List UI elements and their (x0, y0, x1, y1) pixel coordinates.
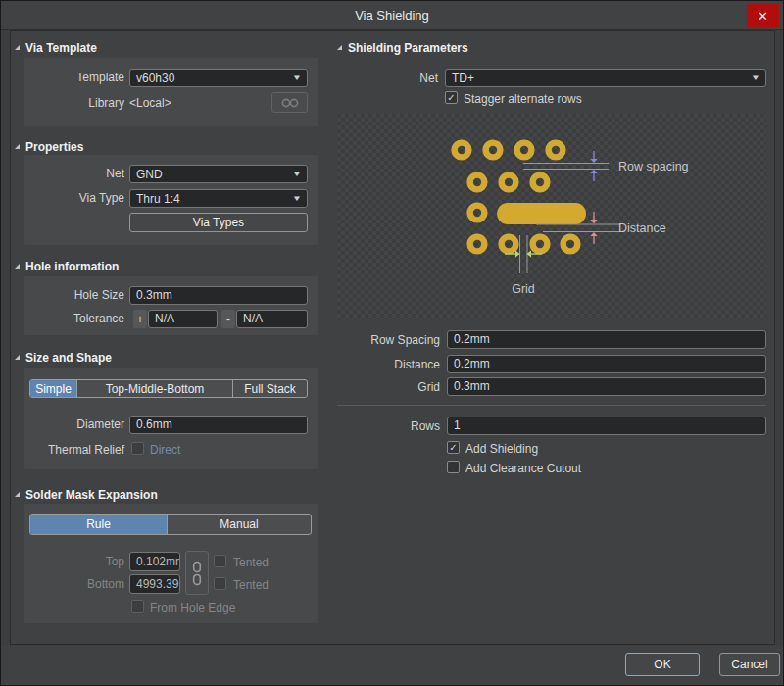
grid-label: Grid (295, 380, 440, 394)
via-type-select[interactable]: Thru 1:4 ▼ (129, 189, 308, 208)
template-label: Template (24, 71, 124, 84)
diameter-label: Diameter (24, 417, 124, 431)
tab-manual[interactable]: Manual (168, 514, 311, 534)
link-top-bottom-button[interactable] (185, 551, 209, 595)
stagger-label: Stagger alternate rows (464, 92, 582, 106)
row-spacing-arrowhead-up (591, 170, 598, 173)
section-title: Properties (25, 140, 83, 154)
section-header-hole-information[interactable]: Hole information (15, 259, 309, 273)
section-collapse-icon (15, 144, 20, 149)
section-collapse-icon (15, 45, 20, 50)
template-value: v60h30 (136, 72, 174, 85)
tab-rule[interactable]: Rule (30, 514, 168, 534)
hole-size-label: Hole Size (24, 288, 124, 302)
row-spacing-input[interactable]: 0.2mm (447, 330, 766, 349)
section-collapse-icon (15, 264, 20, 269)
tolerance-label: Tolerance (24, 312, 124, 325)
section-header-solder-mask[interactable]: Solder Mask Expansion (15, 487, 309, 502)
via-type-value: Thru 1:4 (136, 192, 180, 206)
tolerance-minus-sign: - (221, 310, 235, 328)
distance-diagram-label: Distance (618, 221, 666, 235)
add-clearance-cutout-label: Add Clearance Cutout (466, 462, 581, 475)
template-select[interactable]: v60h30 ▼ (129, 69, 308, 87)
add-clearance-cutout-checkbox[interactable] (447, 461, 460, 473)
section-collapse-icon (15, 492, 20, 497)
tented-bottom-label: Tented (233, 578, 269, 592)
net-select[interactable]: GND ▼ (129, 165, 308, 183)
diameter-input[interactable]: 0.6mm (129, 416, 308, 434)
chevron-down-icon: ▼ (751, 74, 760, 82)
add-shielding-checkbox[interactable] (447, 441, 460, 454)
shield-net-value: TD+ (452, 72, 474, 85)
hole-information-panel: Hole Size 0.3mm Tolerance + N/A - N/A (24, 276, 318, 335)
chevron-down-icon: ▼ (292, 194, 302, 203)
tolerance-minus-input[interactable]: N/A (236, 310, 308, 328)
diagram-svg: Row spacing Distance Grid (337, 114, 766, 319)
grid-input[interactable]: 0.3mm (447, 377, 766, 396)
grid-diagram-label: Grid (512, 282, 535, 296)
section-title: Shielding Parameters (348, 41, 468, 55)
section-header-via-template[interactable]: Via Template (15, 40, 309, 55)
direct-label: Direct (150, 443, 180, 457)
thermal-relief-label: Thermal Relief (24, 443, 124, 457)
library-value: <Local> (129, 96, 172, 110)
from-hole-edge-checkbox[interactable] (131, 600, 144, 612)
section-collapse-icon (337, 45, 342, 50)
top-expansion-input[interactable]: 0.102mm (129, 552, 180, 571)
tented-bottom-checkbox[interactable] (214, 577, 226, 590)
hole-size-input[interactable]: 0.3mm (129, 286, 308, 305)
shield-net-label: Net (337, 72, 438, 85)
thermal-direct-checkbox[interactable] (131, 442, 144, 455)
distance-arrowhead-up (591, 232, 598, 236)
solder-mask-mode-tabs: Rule Manual (29, 514, 312, 535)
distance-input[interactable]: 0.2mm (447, 355, 766, 373)
section-header-shielding-parameters[interactable]: Shielding Parameters (337, 40, 729, 55)
close-button[interactable]: ✕ (747, 4, 779, 27)
solder-mask-panel: Rule Manual Top 0.102mm Bottom 4993.396 … (24, 504, 318, 623)
shield-net-select[interactable]: TD+ ▼ (445, 69, 766, 87)
row-spacing-label: Row Spacing (295, 333, 440, 347)
close-icon: ✕ (758, 9, 768, 24)
link-icon (280, 97, 300, 109)
tab-top-middle-bottom[interactable]: Top-Middle-Bottom (77, 380, 233, 397)
add-shielding-label: Add Shielding (466, 442, 538, 456)
via-types-button[interactable]: Via Types (129, 213, 308, 232)
section-header-properties[interactable]: Properties (15, 139, 309, 154)
title-bar[interactable]: Via Shielding ✕ (1, 1, 783, 30)
tolerance-plus-input[interactable]: N/A (148, 310, 218, 328)
section-title: Via Template (25, 41, 97, 55)
via-template-panel: Template v60h30 ▼ Library <Local> (24, 58, 318, 126)
grid-arrowhead-right (515, 251, 520, 258)
stack-mode-tabs: Simple Top-Middle-Bottom Full Stack (29, 379, 308, 398)
section-header-size-and-shape[interactable]: Size and Shape (15, 350, 309, 365)
row-spacing-diagram-label: Row spacing (618, 160, 689, 173)
tented-top-label: Tented (233, 556, 269, 569)
chevron-down-icon: ▼ (292, 170, 302, 178)
section-title: Solder Mask Expansion (25, 488, 158, 502)
library-label: Library (24, 96, 124, 110)
ok-button[interactable]: OK (625, 653, 700, 676)
tab-simple[interactable]: Simple (30, 380, 77, 397)
bottom-expansion-input[interactable]: 4993.396 (129, 574, 180, 594)
via-donuts (455, 143, 578, 252)
net-value: GND (136, 168, 163, 181)
rows-label: Rows (295, 419, 440, 433)
section-title: Size and Shape (25, 351, 112, 365)
via-shielding-dialog: Via Shielding ✕ Via Template Template v6… (0, 0, 784, 686)
net-label: Net (24, 167, 124, 180)
stagger-checkbox[interactable] (445, 91, 458, 104)
dialog-title: Via Shielding (1, 8, 783, 23)
via-type-label: Via Type (24, 191, 124, 205)
divider (337, 405, 766, 406)
row-spacing-arrowhead-down (591, 159, 598, 163)
bottom-label: Bottom (24, 577, 124, 591)
tented-top-checkbox[interactable] (214, 555, 226, 567)
distance-label: Distance (295, 358, 440, 371)
shielding-preview-diagram: Row spacing Distance Grid (337, 114, 766, 319)
cancel-button[interactable]: Cancel (719, 653, 780, 676)
library-link-button[interactable] (271, 92, 308, 113)
section-collapse-icon (15, 355, 20, 360)
top-label: Top (24, 555, 124, 568)
track-shape (497, 203, 586, 224)
rows-input[interactable]: 1 (447, 416, 766, 435)
